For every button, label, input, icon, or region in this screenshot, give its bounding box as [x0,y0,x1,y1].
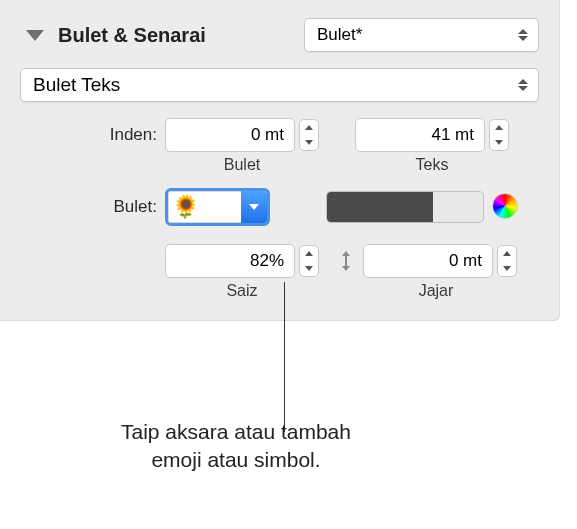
bullet-label: Bulet: [20,197,165,217]
indent-bullet-stepper[interactable] [299,119,319,151]
disclosure-triangle-icon[interactable] [26,30,44,41]
indent-label: Inden: [20,125,165,145]
section-title: Bulet & Senarai [58,24,206,47]
bullet-character-combo[interactable]: 🌻 [165,188,270,226]
bullet-type-popup[interactable]: Bulet Teks [20,68,539,102]
align-sublabel: Jajar [359,282,513,300]
size-input[interactable]: 82% [165,244,295,278]
text-sublabel: Teks [355,156,509,174]
bullet-color-well[interactable] [326,191,484,223]
bullet-color-group [326,191,484,223]
bullets-lists-panel: Bulet & Senarai Bulet* Bulet Teks Inden:… [0,0,560,321]
bullet-row: Bulet: 🌻 [20,188,539,226]
callout-line-2: emoji atau simbol. [76,446,396,474]
size-sublabel: Saiz [165,282,319,300]
vertical-align-icon [333,248,359,274]
popup-arrows-icon [514,29,532,41]
indent-bullet-group: 0 mt [165,118,319,152]
size-align-sublabels: Saiz Jajar [20,282,539,300]
callout-text: Taip aksara atau tambah emoji atau simbo… [76,418,396,475]
indent-text-stepper[interactable] [489,119,509,151]
bullet-type-value: Bulet Teks [33,74,120,96]
bullet-sublabel: Bulet [165,156,319,174]
color-wheel-icon[interactable] [492,193,518,219]
popup-arrows-icon [514,79,532,91]
align-input[interactable]: 0 mt [363,244,493,278]
list-style-popup[interactable]: Bulet* [304,18,539,52]
section-header: Bulet & Senarai Bulet* [20,18,539,52]
indent-text-input[interactable]: 41 mt [355,118,485,152]
size-align-row: 82% 0 mt [20,244,539,278]
callout-line-1: Taip aksara atau tambah [76,418,396,446]
indent-text-group: 41 mt [355,118,509,152]
list-style-value: Bulet* [317,25,362,45]
size-group: 82% [165,244,319,278]
callout-leader-line [284,282,285,432]
indent-sublabels: Bulet Teks [20,156,539,174]
align-group: 0 mt [363,244,517,278]
size-stepper[interactable] [299,245,319,277]
indent-bullet-input[interactable]: 0 mt [165,118,295,152]
bullet-dropdown-arrow-icon[interactable] [241,191,267,223]
bullet-emoji: 🌻 [168,194,241,220]
indent-row: Inden: 0 mt 41 mt [20,118,539,152]
align-stepper[interactable] [497,245,517,277]
